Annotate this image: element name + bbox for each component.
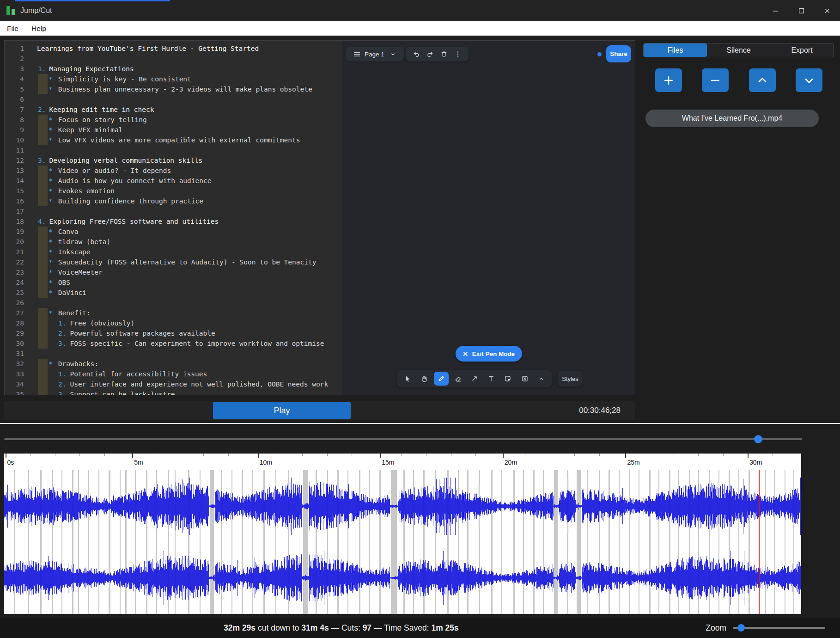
ruler-tick-minor <box>649 454 649 456</box>
waveform-display[interactable] <box>4 470 801 614</box>
shapes-tool-icon[interactable] <box>517 372 532 386</box>
zoom-slider[interactable] <box>733 624 825 632</box>
editor-line: 15*Evokes emotion <box>5 186 342 196</box>
arrow-tool-icon[interactable] <box>467 372 482 386</box>
transport-bar: Play 00:30:46;28 <box>4 401 635 420</box>
editor-line: 8*Focus on story telling <box>5 115 342 125</box>
chevron-down-icon[interactable] <box>386 47 400 61</box>
menubar: File Help <box>0 21 840 36</box>
editor-line: 281.Free (obviously) <box>5 318 342 328</box>
ruler-label: 25m <box>627 459 639 466</box>
editor-line: 26 <box>5 298 342 308</box>
timeline-ruler[interactable]: 0s5m10m15m20m25m30m <box>4 454 801 470</box>
ruler-label: 5m <box>134 459 143 466</box>
ruler-tick <box>503 454 504 458</box>
kebab-menu-icon[interactable] <box>451 47 465 61</box>
add-file-button[interactable] <box>655 68 682 92</box>
zoom-control: Zoom <box>706 618 825 638</box>
editor-line: 342.User interface and experience not we… <box>5 379 342 389</box>
editor-line: 31 <box>5 349 342 359</box>
ruler-tick-minor <box>698 454 699 456</box>
maximize-button[interactable] <box>788 0 814 21</box>
ruler-tick <box>380 454 381 458</box>
editor-line: 123.Developing verbal communication skil… <box>5 155 342 166</box>
statusbar: 32m 29s cut down to 31m 4s — Cuts: 97 — … <box>0 618 840 638</box>
editor-line: 20*tldraw (beta) <box>5 237 342 247</box>
eraser-tool-icon[interactable] <box>450 372 465 386</box>
ruler-tick <box>132 454 133 458</box>
cut-summary: 32m 29s cut down to 31m 4s — Cuts: 97 — … <box>224 618 459 638</box>
styles-button[interactable]: Styles <box>558 371 583 386</box>
minimize-button[interactable] <box>762 0 788 21</box>
ruler-tick-minor <box>278 454 278 456</box>
page-selector[interactable]: Page 1 <box>365 51 384 58</box>
ruler-tick-minor <box>475 454 476 456</box>
zoom-track[interactable] <box>733 627 825 629</box>
ruler-tick-minor <box>55 454 55 456</box>
note-tool-icon[interactable] <box>500 372 515 386</box>
hand-tool-icon[interactable] <box>417 372 432 386</box>
editor-line: 16*Building confidence through practice <box>5 196 342 206</box>
move-down-button[interactable] <box>796 68 822 92</box>
main-area: 1Learnings from YouTube's First Hurdle -… <box>4 40 635 395</box>
file-item[interactable]: What I've Learned Fro(...).mp4 <box>645 110 819 127</box>
editor-line: 31.Managing Expectations <box>5 64 342 74</box>
remove-file-button[interactable] <box>702 68 729 92</box>
editor-line: 184.Exploring Free/FOSS software and uti… <box>5 216 342 227</box>
editor-line: 11 <box>5 145 342 155</box>
ruler-tick-minor <box>674 454 674 456</box>
panel-tabs: FilesSilenceExport <box>643 43 834 57</box>
file-actions <box>655 68 822 92</box>
close-button[interactable] <box>814 0 840 21</box>
share-button[interactable]: Share <box>606 45 631 62</box>
chevron-down-icon <box>803 75 815 86</box>
undo-icon[interactable] <box>409 47 423 61</box>
tab-files[interactable]: Files <box>644 43 707 57</box>
ruler-tick-minor <box>525 454 525 456</box>
drawing-canvas[interactable]: Page 1 Share <box>342 41 635 395</box>
expand-tools-chevron-icon[interactable] <box>534 372 549 386</box>
ruler-tick-minor <box>30 454 30 456</box>
editor-line: 4*Simplicity is key - Be consistent <box>5 74 342 84</box>
ruler-tick-minor <box>302 454 303 456</box>
ruler-tick-minor <box>723 454 724 456</box>
editor-line: 17 <box>5 206 342 216</box>
tab-export[interactable]: Export <box>770 43 834 57</box>
menu-file[interactable]: File <box>7 25 18 33</box>
minus-icon <box>710 75 721 86</box>
ruler-tick-minor <box>402 454 402 456</box>
section-divider <box>0 423 840 424</box>
editor-line: 22*Saucedacity (FOSS alternative to Auda… <box>5 257 342 267</box>
zoom-handle[interactable] <box>737 624 745 632</box>
tab-silence[interactable]: Silence <box>707 43 770 57</box>
play-button[interactable]: Play <box>213 402 351 419</box>
plus-icon <box>663 75 674 86</box>
text-tool-icon[interactable] <box>484 372 499 386</box>
editor-line: 32*Drawbacks: <box>5 359 342 369</box>
editor-line: 5*Business plan unnecessary - 2-3 videos… <box>5 84 342 94</box>
redo-icon[interactable] <box>423 47 437 61</box>
seek-slider[interactable] <box>4 435 802 443</box>
editor-line: 23*VoiceMeeter <box>5 267 342 277</box>
move-up-button[interactable] <box>749 68 776 92</box>
zoom-label: Zoom <box>706 623 726 633</box>
editor-line: 14*Audio is how you connect with audienc… <box>5 176 342 186</box>
editor-line: 292.Powerful software packages available <box>5 328 342 338</box>
notes-editor[interactable]: 1Learnings from YouTube's First Hurdle -… <box>5 41 342 395</box>
trash-icon[interactable] <box>437 47 451 61</box>
ruler-tick-minor <box>352 454 352 456</box>
app-icon <box>6 6 16 15</box>
presence-indicator-dot <box>597 52 602 56</box>
menu-icon[interactable] <box>350 47 364 61</box>
ruler-tick-minor <box>599 454 600 456</box>
ruler-tick-minor <box>228 454 229 456</box>
editor-line: 353.Support can be lack-lustre <box>5 389 342 395</box>
menu-help[interactable]: Help <box>31 25 46 33</box>
draw-tool-icon[interactable] <box>434 372 449 386</box>
exit-pen-mode-button[interactable]: Exit Pen Mode <box>456 346 522 362</box>
select-tool-icon[interactable] <box>400 372 415 386</box>
editor-line: 10*Low VFX videos are more compatible wi… <box>5 135 342 145</box>
right-panel: FilesSilenceExport What I've Learned Fro… <box>641 40 834 395</box>
seek-track[interactable] <box>4 438 802 440</box>
seek-handle[interactable] <box>754 435 762 443</box>
